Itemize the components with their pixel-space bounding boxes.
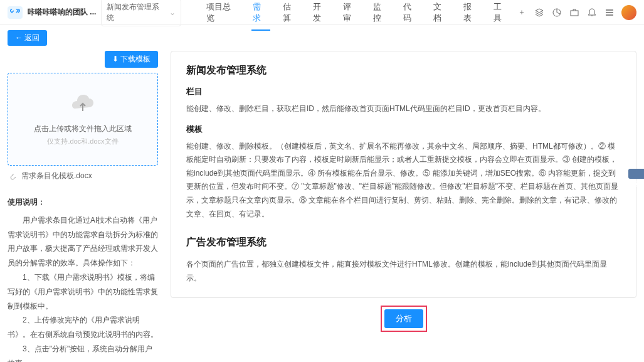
menu-icon[interactable]	[604, 7, 615, 18]
upload-text: 点击上传或将文件拖入此区域	[14, 124, 151, 134]
instruction-step-2: 2、上传修改完毕的《用户需求说明书》。在右侧系统自动预览此说明书的内容。	[8, 313, 158, 342]
section-body: 能创建、修改、删除模板。（创建模板后，英文名、扩展名不能再修改，其余中文名、局部…	[186, 140, 621, 221]
svg-rect-1	[571, 11, 578, 16]
section-body: 各个页面的广告位置，都独立创建模板文件，能直接对模板文件进行HTML修改。创建的…	[186, 258, 621, 285]
nav-tools[interactable]: 工具	[492, 0, 511, 30]
highlight-box: 分析	[381, 306, 427, 332]
instruction-intro: 用户需求条目化通过AI技术自动将《用户需求说明书》中的功能需求自动拆分为标准的用…	[8, 213, 158, 270]
nav-monitor[interactable]: 监控	[372, 0, 391, 30]
app-header: 咔嗒咔嗒响的团队 ... 新闻发布管理系统 ⌄ 项目总览 需求 估算 开发 评审…	[0, 0, 644, 25]
cloud-upload-icon	[70, 92, 95, 117]
nav-estimate[interactable]: 估算	[282, 0, 300, 30]
chevron-down-icon: ⌄	[169, 8, 176, 17]
document-preview: 新闻发布管理系统 栏目 能创建、修改、删除栏目，获取栏目ID，然后能修改首页页面…	[171, 51, 636, 298]
nav-docs[interactable]: 文档	[432, 0, 451, 30]
section-heading: 栏目	[186, 86, 621, 97]
doc-title-1: 新闻发布管理系统	[186, 64, 621, 77]
section-body: 能创建、修改、删除栏目，获取栏目ID，然后能修改首页页面HTML代码里面的栏目I…	[186, 102, 621, 116]
back-button[interactable]: ← 返回	[8, 30, 47, 46]
analyze-button[interactable]: 分析	[384, 309, 423, 328]
instructions-title: 使用说明：	[8, 195, 158, 210]
nav-overview[interactable]: 项目总览	[205, 0, 240, 30]
layers-icon[interactable]	[534, 7, 545, 18]
section-heading: 模板	[186, 124, 621, 135]
upload-dropzone[interactable]: 点击上传或将文件拖入此区域 仅支持.doc和.docx文件	[8, 73, 158, 166]
plus-icon[interactable]: ＋	[516, 7, 527, 18]
logo[interactable]	[8, 6, 23, 19]
download-template-button[interactable]: ⬇ 下载模板	[105, 51, 158, 68]
upload-hint: 仅支持.doc和.docx文件	[14, 137, 151, 146]
uploaded-file[interactable]: 需求条目化模板.docx	[8, 166, 158, 186]
nav-develop[interactable]: 开发	[312, 0, 330, 30]
project-selector[interactable]: 新闻发布管理系统 ⌄	[101, 0, 181, 26]
nav-code[interactable]: 代码	[402, 0, 421, 30]
instruction-step-3: 3、点击"分析"按钮，系统自动分解用户故事。	[8, 342, 158, 362]
bell-icon[interactable]	[586, 7, 598, 18]
pie-chart-icon[interactable]	[551, 7, 562, 18]
header-actions: ＋	[516, 5, 636, 20]
instruction-step-1: 1、下载《用户需求说明书》模板，将编写好的《用户需求说明书》中的功能性需求复制到…	[8, 270, 158, 313]
instructions: 使用说明： 用户需求条目化通过AI技术自动将《用户需求说明书》中的功能需求自动拆…	[8, 195, 158, 362]
nav-requirements[interactable]: 需求	[251, 0, 270, 30]
file-name: 需求条目化模板.docx	[21, 171, 92, 181]
left-column: ⬇ 下载模板 点击上传或将文件拖入此区域 仅支持.doc和.docx文件 需求条…	[8, 51, 158, 362]
top-nav: 项目总览 需求 估算 开发 评审 监控 代码 文档 报表 工具	[205, 0, 511, 30]
paperclip-icon	[9, 172, 18, 181]
user-avatar[interactable]	[621, 5, 636, 20]
project-name: 新闻发布管理系统	[107, 2, 167, 23]
feedback-tab[interactable]: 反馈	[628, 169, 644, 179]
action-bar: 分析	[171, 306, 636, 332]
briefcase-icon[interactable]	[569, 7, 580, 18]
doc-title-2: 广告发布管理系统	[186, 236, 621, 249]
right-column: 新闻发布管理系统 栏目 能创建、修改、删除栏目，获取栏目ID，然后能修改首页页面…	[171, 51, 636, 362]
nav-report[interactable]: 报表	[462, 0, 481, 30]
main-content: ⬇ 下载模板 点击上传或将文件拖入此区域 仅支持.doc和.docx文件 需求条…	[0, 51, 644, 362]
nav-review[interactable]: 评审	[342, 0, 361, 30]
team-name[interactable]: 咔嗒咔嗒响的团队 ...	[28, 7, 96, 18]
